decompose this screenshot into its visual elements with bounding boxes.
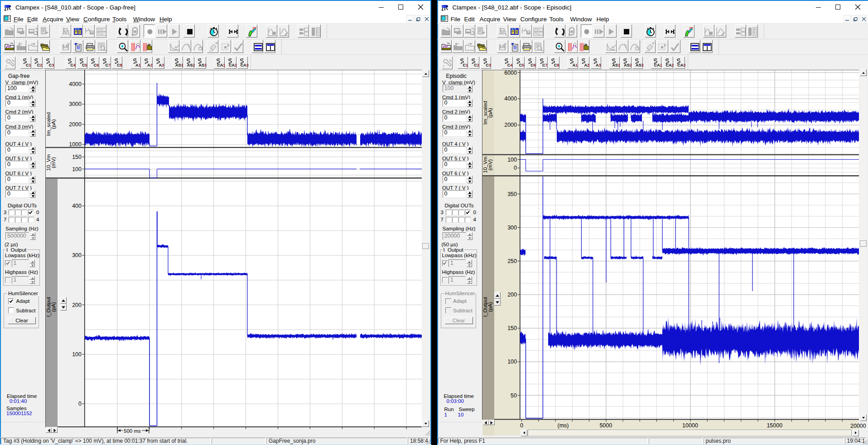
svg-text:50: 50 [511, 392, 517, 399]
svg-text:0: 0 [78, 401, 82, 407]
svg-text:(mV): (mV) [487, 159, 493, 170]
svg-text:(mV): (mV) [51, 157, 56, 168]
svg-text:0: 0 [520, 422, 523, 429]
svg-text:5000: 5000 [599, 422, 612, 429]
svg-text:300: 300 [72, 252, 82, 258]
svg-text:10000: 10000 [682, 422, 698, 429]
svg-text:6000: 6000 [504, 70, 517, 76]
svg-text:2000: 2000 [504, 122, 517, 128]
svg-text:(pA): (pA) [51, 302, 56, 312]
svg-text:100: 100 [507, 157, 517, 163]
svg-text:4000: 4000 [69, 81, 82, 87]
svg-text:350: 350 [507, 191, 517, 197]
svg-text:400: 400 [72, 203, 82, 209]
svg-text:150: 150 [72, 154, 82, 160]
svg-text:0: 0 [514, 165, 517, 171]
svg-text:(pA): (pA) [487, 302, 493, 312]
svg-text:4000: 4000 [504, 96, 517, 102]
svg-text:(ms): (ms) [558, 422, 569, 429]
svg-text:250: 250 [507, 258, 517, 264]
svg-text:150: 150 [507, 325, 517, 331]
svg-text:15000: 15000 [767, 422, 782, 429]
svg-text:100: 100 [72, 351, 82, 358]
svg-text:100: 100 [72, 166, 82, 172]
svg-text:(pA): (pA) [487, 108, 493, 118]
svg-text:3000: 3000 [69, 101, 82, 107]
svg-text:300: 300 [507, 225, 517, 231]
svg-text:200: 200 [72, 302, 82, 308]
svg-text:2000: 2000 [69, 121, 82, 128]
svg-text:100: 100 [507, 359, 517, 365]
svg-text:200: 200 [507, 292, 517, 298]
svg-text:(pA): (pA) [51, 119, 56, 129]
svg-text:1000: 1000 [69, 141, 82, 148]
